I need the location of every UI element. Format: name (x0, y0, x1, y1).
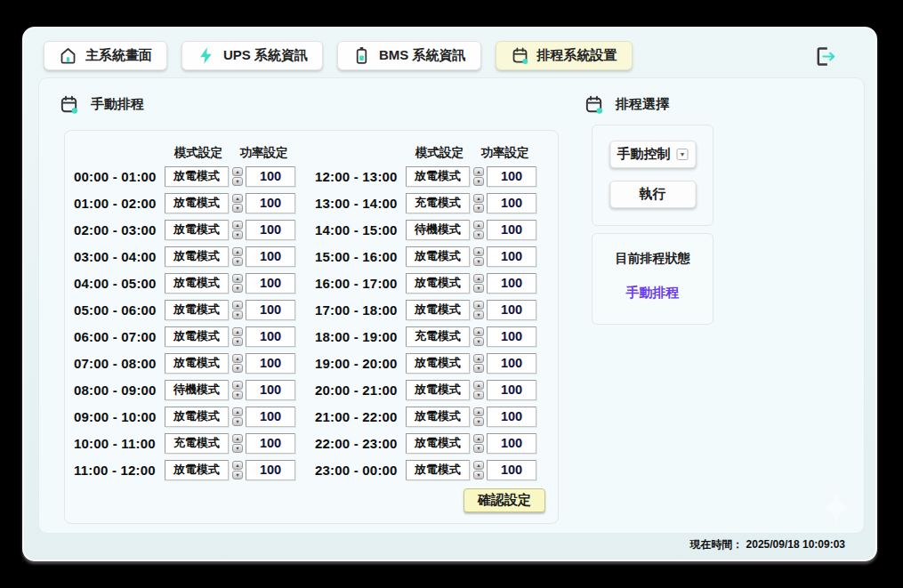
execute-button[interactable]: 執行 (609, 181, 696, 208)
tab-ups-info[interactable]: UPS 系統資訊 (181, 41, 323, 70)
spinner-up-button[interactable]: ▲ (232, 274, 243, 283)
spinner-down-button[interactable]: ▼ (473, 204, 484, 213)
spinner-down-button[interactable]: ▼ (232, 364, 243, 373)
spinner-up-button[interactable]: ▲ (473, 354, 484, 363)
spinner-down-button[interactable]: ▼ (232, 391, 243, 399)
spinner-down-button[interactable]: ▼ (232, 417, 243, 426)
spinner-down-button[interactable]: ▼ (232, 444, 243, 453)
mode-select[interactable]: 放電模式 (165, 300, 229, 320)
spinner-up-button[interactable]: ▲ (473, 194, 484, 203)
power-input[interactable] (487, 433, 536, 454)
mode-select[interactable]: 放電模式 (165, 246, 229, 267)
power-input[interactable] (246, 246, 295, 267)
spinner-up-button[interactable]: ▲ (473, 434, 484, 443)
mode-select[interactable]: 放電模式 (406, 380, 470, 400)
spinner-down-button[interactable]: ▼ (473, 284, 484, 293)
power-input[interactable] (487, 300, 536, 320)
spinner-down-button[interactable]: ▼ (232, 204, 243, 213)
power-input[interactable] (487, 220, 536, 240)
spinner-down-button[interactable]: ▼ (232, 471, 243, 479)
spinner-down-button[interactable]: ▼ (473, 177, 484, 186)
chevron-down-icon[interactable]: ▼ (677, 149, 689, 160)
mode-select[interactable]: 充電模式 (165, 433, 229, 454)
mode-select[interactable]: 放電模式 (165, 220, 229, 240)
spinner-up-button[interactable]: ▲ (473, 407, 484, 416)
spinner-down-button[interactable]: ▼ (232, 257, 243, 266)
tab-main-system[interactable]: 主系統畫面 (44, 41, 167, 70)
spinner-down-button[interactable]: ▼ (473, 337, 484, 346)
spinner-down-button[interactable]: ▼ (473, 417, 484, 426)
power-input[interactable] (487, 326, 536, 347)
mode-select[interactable]: 放電模式 (165, 407, 229, 427)
logout-button[interactable] (811, 44, 838, 68)
spinner-up-button[interactable]: ▲ (473, 274, 484, 283)
spinner-down-button[interactable]: ▼ (473, 364, 484, 373)
spinner-up-button[interactable]: ▲ (473, 461, 484, 470)
spinner-up-button[interactable]: ▲ (473, 247, 484, 256)
mode-select[interactable]: 放電模式 (165, 166, 229, 187)
tab-bms-info[interactable]: BMS 系統資訊 (337, 41, 481, 70)
spinner-up-button[interactable]: ▲ (232, 407, 243, 416)
spinner-up-button[interactable]: ▲ (232, 434, 243, 443)
power-input[interactable] (487, 273, 536, 294)
spinner-up-button[interactable]: ▲ (473, 327, 484, 336)
spinner-up-button[interactable]: ▲ (232, 327, 243, 336)
spinner-down-button[interactable]: ▼ (232, 310, 243, 319)
mode-select[interactable]: 放電模式 (406, 407, 470, 427)
mode-select[interactable]: 待機模式 (165, 380, 229, 400)
power-input[interactable] (246, 407, 295, 427)
spinner-down-button[interactable]: ▼ (473, 391, 484, 399)
spinner-down-button[interactable]: ▼ (232, 230, 243, 239)
power-input[interactable] (246, 433, 295, 454)
power-input[interactable] (246, 300, 295, 320)
power-input[interactable] (246, 273, 295, 294)
power-input[interactable] (246, 353, 295, 374)
spinner-down-button[interactable]: ▼ (473, 257, 484, 266)
spinner-up-button[interactable]: ▲ (232, 221, 243, 230)
power-input[interactable] (487, 380, 536, 400)
spinner-up-button[interactable]: ▲ (232, 301, 243, 310)
spinner-up-button[interactable]: ▲ (232, 381, 243, 390)
spinner-up-button[interactable]: ▲ (232, 354, 243, 363)
power-input[interactable] (246, 380, 295, 400)
power-input[interactable] (246, 326, 295, 347)
mode-select[interactable]: 放電模式 (406, 166, 470, 187)
power-input[interactable] (487, 193, 536, 213)
mode-select[interactable]: 放電模式 (406, 300, 470, 320)
power-input[interactable] (246, 193, 295, 213)
mode-select[interactable]: 充電模式 (406, 326, 470, 347)
spinner-up-button[interactable]: ▲ (473, 221, 484, 230)
mode-select[interactable]: 放電模式 (165, 193, 229, 213)
power-input[interactable] (487, 166, 536, 187)
spinner-down-button[interactable]: ▼ (232, 177, 243, 186)
spinner-up-button[interactable]: ▲ (232, 167, 243, 176)
confirm-settings-button[interactable]: 確認設定 (464, 488, 545, 512)
tab-schedule-settings[interactable]: 排程系統設置 (496, 41, 633, 70)
spinner-down-button[interactable]: ▼ (473, 230, 484, 239)
mode-select[interactable]: 放電模式 (406, 353, 470, 374)
mode-select[interactable]: 放電模式 (165, 273, 229, 294)
spinner-down-button[interactable]: ▼ (473, 471, 484, 479)
spinner-up-button[interactable]: ▲ (232, 194, 243, 203)
mode-select[interactable]: 放電模式 (165, 326, 229, 347)
spinner-up-button[interactable]: ▲ (232, 461, 243, 470)
power-input[interactable] (487, 246, 536, 267)
mode-select[interactable]: 充電模式 (406, 193, 470, 213)
spinner-down-button[interactable]: ▼ (473, 310, 484, 319)
spinner-up-button[interactable]: ▲ (232, 247, 243, 256)
spinner-up-button[interactable]: ▲ (473, 167, 484, 176)
power-input[interactable] (487, 407, 536, 427)
mode-select[interactable]: 放電模式 (406, 433, 470, 454)
mode-select[interactable]: 放電模式 (165, 353, 229, 374)
power-input[interactable] (246, 460, 295, 480)
mode-select[interactable]: 放電模式 (406, 460, 470, 480)
spinner-down-button[interactable]: ▼ (232, 284, 243, 293)
mode-select[interactable]: 放電模式 (406, 273, 470, 294)
spinner-down-button[interactable]: ▼ (473, 444, 484, 453)
spinner-up-button[interactable]: ▲ (473, 381, 484, 390)
spinner-up-button[interactable]: ▲ (473, 301, 484, 310)
spinner-down-button[interactable]: ▼ (232, 337, 243, 346)
mode-select[interactable]: 待機模式 (406, 220, 470, 240)
power-input[interactable] (487, 460, 536, 480)
schedule-mode-dropdown[interactable]: 手動控制 ▼ (609, 141, 696, 168)
